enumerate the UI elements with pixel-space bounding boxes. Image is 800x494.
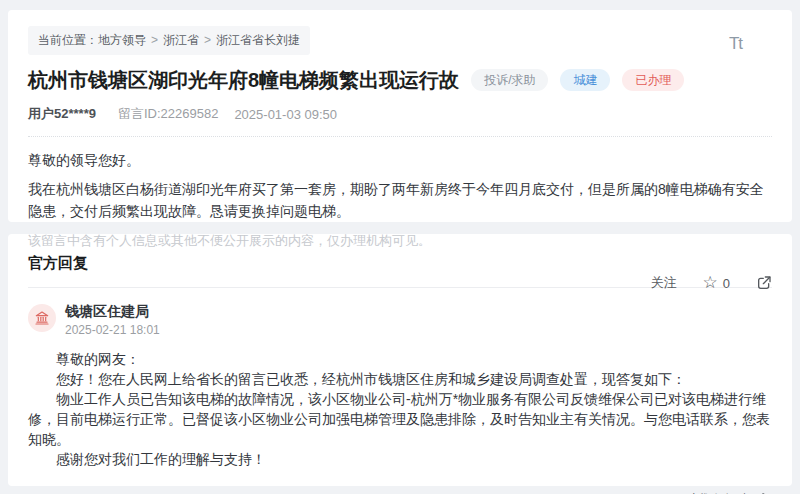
reply-timestamp: 2025-02-21 18:01 [65, 323, 160, 337]
share-button[interactable] [756, 275, 772, 291]
reply-paragraph: 感谢您对我们工作的理解与支持！ [28, 449, 772, 469]
message-title: 杭州市钱塘区湖印光年府8幢电梯频繁出现运行故 [28, 68, 459, 92]
star-button[interactable]: ☆ 0 [703, 275, 730, 292]
tag-status-resolved: 已办理 [622, 69, 684, 91]
official-reply-card: 官方回复 钱塘区住建局 2025-02-21 18:01 尊敬的网 [8, 234, 792, 486]
follow-button[interactable]: 关注 [651, 274, 677, 292]
star-icon: ☆ [703, 274, 718, 291]
reply-paragraph: 物业工作人员已告知该电梯的故障情况，该小区物业公司-杭州万*物业服务有限公司反馈… [28, 389, 772, 449]
avatar [28, 304, 56, 332]
breadcrumb-prefix: 当前位置： [38, 33, 98, 47]
reply-paragraph: 您好！您在人民网上给省长的留言已收悉，经杭州市钱塘区住房和城乡建设局调查处置，现… [28, 369, 772, 389]
reply-body: 尊敬的网友： 您好！您在人民网上给省长的留言已收悉，经杭州市钱塘区住房和城乡建设… [28, 349, 772, 469]
message-timestamp: 2025-01-03 09:50 [234, 107, 337, 122]
breadcrumb-item-province[interactable]: 浙江省 [163, 33, 199, 47]
star-count: 0 [723, 276, 730, 291]
breadcrumb-separator: > [204, 33, 211, 47]
message-card: 当前位置：地方领导>浙江省>浙江省省长刘捷 Tt 杭州市钱塘区湖印光年府8幢电梯… [8, 10, 792, 222]
message-user: 用户52****9 [28, 105, 96, 123]
message-body: 尊敬的领导您好。 我在杭州钱塘区白杨街道湖印光年府买了第一套房，期盼了两年新房终… [28, 149, 772, 223]
breadcrumb: 当前位置：地方领导>浙江省>浙江省省长刘捷 [28, 26, 310, 55]
tag-category: 城建 [560, 69, 610, 91]
message-id: 留言ID:22269582 [118, 105, 218, 123]
government-building-icon [34, 310, 50, 326]
message-paragraph: 我在杭州钱塘区白杨街道湖印光年府买了第一套房，期盼了两年新房终于今年四月底交付，… [28, 178, 772, 223]
reply-paragraph: 尊敬的网友： [28, 349, 772, 369]
agency-name: 钱塘区住建局 [65, 304, 160, 319]
font-size-toggle-icon[interactable]: Tt [729, 34, 742, 54]
tag-complaint-type: 投诉/求助 [471, 69, 548, 91]
message-paragraph: 尊敬的领导您好。 [28, 149, 772, 172]
share-icon [756, 275, 772, 291]
breadcrumb-separator: > [151, 33, 158, 47]
breadcrumb-item-governor[interactable]: 浙江省省长刘捷 [216, 33, 300, 47]
breadcrumb-item-local-leaders[interactable]: 地方领导 [98, 33, 146, 47]
